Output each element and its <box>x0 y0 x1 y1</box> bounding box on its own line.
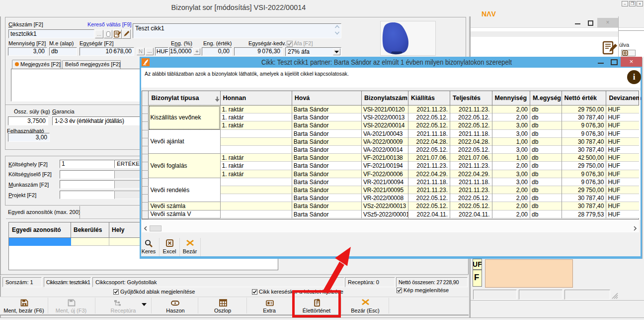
svg-text:x: x <box>23 303 25 306</box>
